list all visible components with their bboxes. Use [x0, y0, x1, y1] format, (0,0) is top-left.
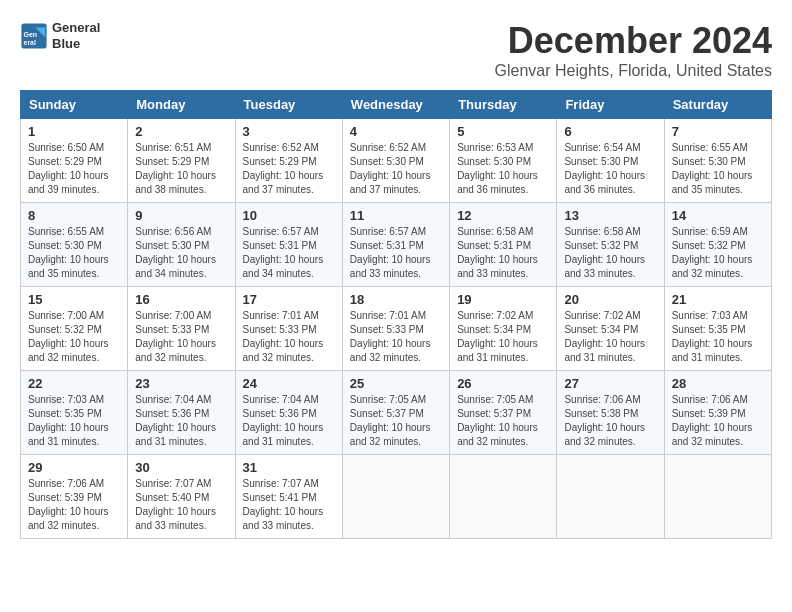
day-info: Sunrise: 7:00 AM Sunset: 5:32 PM Dayligh…	[28, 309, 120, 365]
day-info: Sunrise: 7:05 AM Sunset: 5:37 PM Dayligh…	[350, 393, 442, 449]
column-header-tuesday: Tuesday	[235, 91, 342, 119]
week-row-1: 1Sunrise: 6:50 AM Sunset: 5:29 PM Daylig…	[21, 119, 772, 203]
calendar-cell: 31Sunrise: 7:07 AM Sunset: 5:41 PM Dayli…	[235, 455, 342, 539]
column-header-monday: Monday	[128, 91, 235, 119]
day-info: Sunrise: 7:03 AM Sunset: 5:35 PM Dayligh…	[28, 393, 120, 449]
day-info: Sunrise: 6:55 AM Sunset: 5:30 PM Dayligh…	[28, 225, 120, 281]
day-info: Sunrise: 6:59 AM Sunset: 5:32 PM Dayligh…	[672, 225, 764, 281]
column-header-saturday: Saturday	[664, 91, 771, 119]
day-info: Sunrise: 7:06 AM Sunset: 5:38 PM Dayligh…	[564, 393, 656, 449]
calendar-cell	[557, 455, 664, 539]
day-number: 12	[457, 208, 549, 223]
header: Gen eral General Blue December 2024 Glen…	[20, 20, 772, 80]
day-number: 21	[672, 292, 764, 307]
day-number: 19	[457, 292, 549, 307]
column-header-sunday: Sunday	[21, 91, 128, 119]
day-info: Sunrise: 6:58 AM Sunset: 5:31 PM Dayligh…	[457, 225, 549, 281]
day-number: 9	[135, 208, 227, 223]
day-number: 18	[350, 292, 442, 307]
calendar-header-row: SundayMondayTuesdayWednesdayThursdayFrid…	[21, 91, 772, 119]
day-info: Sunrise: 6:57 AM Sunset: 5:31 PM Dayligh…	[243, 225, 335, 281]
day-number: 29	[28, 460, 120, 475]
title-section: December 2024 Glenvar Heights, Florida, …	[495, 20, 772, 80]
calendar-cell: 16Sunrise: 7:00 AM Sunset: 5:33 PM Dayli…	[128, 287, 235, 371]
day-info: Sunrise: 7:06 AM Sunset: 5:39 PM Dayligh…	[672, 393, 764, 449]
day-number: 27	[564, 376, 656, 391]
day-info: Sunrise: 7:04 AM Sunset: 5:36 PM Dayligh…	[243, 393, 335, 449]
column-header-wednesday: Wednesday	[342, 91, 449, 119]
day-number: 31	[243, 460, 335, 475]
logo-text: General Blue	[52, 20, 100, 51]
svg-text:Gen: Gen	[24, 31, 38, 38]
day-info: Sunrise: 7:06 AM Sunset: 5:39 PM Dayligh…	[28, 477, 120, 533]
calendar-cell: 20Sunrise: 7:02 AM Sunset: 5:34 PM Dayli…	[557, 287, 664, 371]
day-number: 20	[564, 292, 656, 307]
day-info: Sunrise: 6:58 AM Sunset: 5:32 PM Dayligh…	[564, 225, 656, 281]
day-number: 2	[135, 124, 227, 139]
calendar-cell: 22Sunrise: 7:03 AM Sunset: 5:35 PM Dayli…	[21, 371, 128, 455]
calendar-cell	[664, 455, 771, 539]
calendar-table: SundayMondayTuesdayWednesdayThursdayFrid…	[20, 90, 772, 539]
calendar-cell: 25Sunrise: 7:05 AM Sunset: 5:37 PM Dayli…	[342, 371, 449, 455]
calendar-body: 1Sunrise: 6:50 AM Sunset: 5:29 PM Daylig…	[21, 119, 772, 539]
calendar-cell: 18Sunrise: 7:01 AM Sunset: 5:33 PM Dayli…	[342, 287, 449, 371]
calendar-cell	[342, 455, 449, 539]
day-info: Sunrise: 7:07 AM Sunset: 5:41 PM Dayligh…	[243, 477, 335, 533]
day-number: 4	[350, 124, 442, 139]
day-number: 17	[243, 292, 335, 307]
calendar-cell: 13Sunrise: 6:58 AM Sunset: 5:32 PM Dayli…	[557, 203, 664, 287]
calendar-cell: 17Sunrise: 7:01 AM Sunset: 5:33 PM Dayli…	[235, 287, 342, 371]
calendar-cell: 1Sunrise: 6:50 AM Sunset: 5:29 PM Daylig…	[21, 119, 128, 203]
calendar-cell: 23Sunrise: 7:04 AM Sunset: 5:36 PM Dayli…	[128, 371, 235, 455]
day-number: 30	[135, 460, 227, 475]
day-info: Sunrise: 6:56 AM Sunset: 5:30 PM Dayligh…	[135, 225, 227, 281]
day-info: Sunrise: 6:57 AM Sunset: 5:31 PM Dayligh…	[350, 225, 442, 281]
calendar-cell: 14Sunrise: 6:59 AM Sunset: 5:32 PM Dayli…	[664, 203, 771, 287]
calendar-cell: 3Sunrise: 6:52 AM Sunset: 5:29 PM Daylig…	[235, 119, 342, 203]
calendar-cell: 24Sunrise: 7:04 AM Sunset: 5:36 PM Dayli…	[235, 371, 342, 455]
logo: Gen eral General Blue	[20, 20, 100, 51]
calendar-cell: 4Sunrise: 6:52 AM Sunset: 5:30 PM Daylig…	[342, 119, 449, 203]
calendar-cell: 7Sunrise: 6:55 AM Sunset: 5:30 PM Daylig…	[664, 119, 771, 203]
calendar-cell	[450, 455, 557, 539]
calendar-cell: 2Sunrise: 6:51 AM Sunset: 5:29 PM Daylig…	[128, 119, 235, 203]
day-info: Sunrise: 6:52 AM Sunset: 5:29 PM Dayligh…	[243, 141, 335, 197]
calendar-cell: 9Sunrise: 6:56 AM Sunset: 5:30 PM Daylig…	[128, 203, 235, 287]
day-info: Sunrise: 7:05 AM Sunset: 5:37 PM Dayligh…	[457, 393, 549, 449]
week-row-2: 8Sunrise: 6:55 AM Sunset: 5:30 PM Daylig…	[21, 203, 772, 287]
day-info: Sunrise: 7:03 AM Sunset: 5:35 PM Dayligh…	[672, 309, 764, 365]
column-header-friday: Friday	[557, 91, 664, 119]
day-number: 25	[350, 376, 442, 391]
day-number: 3	[243, 124, 335, 139]
calendar-cell: 11Sunrise: 6:57 AM Sunset: 5:31 PM Dayli…	[342, 203, 449, 287]
day-number: 28	[672, 376, 764, 391]
day-number: 7	[672, 124, 764, 139]
day-number: 23	[135, 376, 227, 391]
logo-icon: Gen eral	[20, 22, 48, 50]
day-info: Sunrise: 6:55 AM Sunset: 5:30 PM Dayligh…	[672, 141, 764, 197]
day-info: Sunrise: 7:02 AM Sunset: 5:34 PM Dayligh…	[564, 309, 656, 365]
day-info: Sunrise: 7:01 AM Sunset: 5:33 PM Dayligh…	[350, 309, 442, 365]
calendar-cell: 27Sunrise: 7:06 AM Sunset: 5:38 PM Dayli…	[557, 371, 664, 455]
svg-text:eral: eral	[24, 39, 37, 46]
day-number: 11	[350, 208, 442, 223]
day-info: Sunrise: 6:53 AM Sunset: 5:30 PM Dayligh…	[457, 141, 549, 197]
day-number: 13	[564, 208, 656, 223]
calendar-cell: 30Sunrise: 7:07 AM Sunset: 5:40 PM Dayli…	[128, 455, 235, 539]
day-info: Sunrise: 6:54 AM Sunset: 5:30 PM Dayligh…	[564, 141, 656, 197]
calendar-cell: 19Sunrise: 7:02 AM Sunset: 5:34 PM Dayli…	[450, 287, 557, 371]
day-number: 16	[135, 292, 227, 307]
day-info: Sunrise: 6:50 AM Sunset: 5:29 PM Dayligh…	[28, 141, 120, 197]
day-number: 22	[28, 376, 120, 391]
week-row-3: 15Sunrise: 7:00 AM Sunset: 5:32 PM Dayli…	[21, 287, 772, 371]
day-number: 14	[672, 208, 764, 223]
day-number: 1	[28, 124, 120, 139]
page-wrapper: Gen eral General Blue December 2024 Glen…	[20, 20, 772, 539]
column-header-thursday: Thursday	[450, 91, 557, 119]
calendar-cell: 26Sunrise: 7:05 AM Sunset: 5:37 PM Dayli…	[450, 371, 557, 455]
week-row-4: 22Sunrise: 7:03 AM Sunset: 5:35 PM Dayli…	[21, 371, 772, 455]
day-number: 24	[243, 376, 335, 391]
calendar-subtitle: Glenvar Heights, Florida, United States	[495, 62, 772, 80]
day-number: 10	[243, 208, 335, 223]
day-info: Sunrise: 6:51 AM Sunset: 5:29 PM Dayligh…	[135, 141, 227, 197]
